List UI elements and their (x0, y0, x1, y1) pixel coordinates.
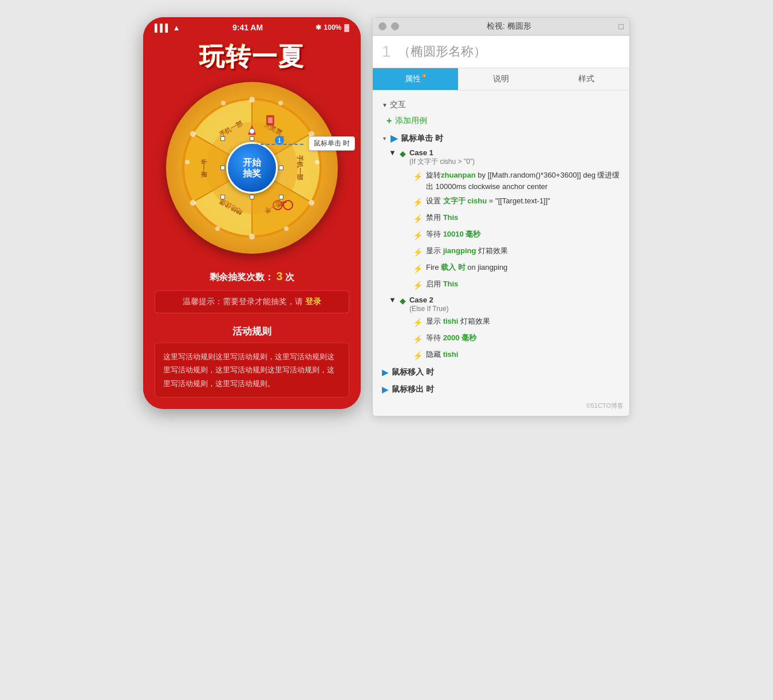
case2-expand-icon: ▼ (389, 296, 396, 304)
handle-tl[interactable] (220, 136, 225, 141)
svg-point-25 (315, 160, 320, 164)
handle-tm[interactable] (250, 136, 254, 141)
svg-point-24 (278, 101, 283, 105)
selection-handles: 1 (220, 136, 283, 199)
action-fire: ⚡ Fire 载入 时 on jiangping (413, 260, 629, 277)
case1-label: Case 1 (409, 148, 433, 157)
remaining-draws: 剩余抽奖次数： 3 次 (143, 265, 361, 286)
case2-condition: (Else If True) (409, 305, 449, 313)
case2-block: ▼ ◆ Case 2 (Else If True) ⚡ 显示 tishi 灯箱效… (389, 293, 629, 364)
mouse-click-root[interactable]: ▼ ▶ 鼠标单击 时 (373, 131, 629, 146)
svg-point-29 (221, 101, 226, 105)
action-set-text: 设置 文字于 cishu = "[[Target.text-1]]" (426, 195, 550, 207)
action-wait-text: 等待 10010 毫秒 (426, 229, 480, 240)
action-rotate: ⚡ 旋转zhuanpan by [[Math.random()*360+3600… (413, 168, 629, 194)
case1-actions: ⚡ 旋转zhuanpan by [[Math.random()*360+3600… (413, 168, 629, 293)
action-rotate-text: 旋转zhuanpan by [[Math.random()*360+3600]]… (426, 170, 625, 192)
draw-count: 3 (276, 270, 282, 282)
lightning-icon-7: ⚡ (413, 280, 423, 292)
action-hide-tishi: ⚡ 隐藏 tishi (413, 347, 629, 364)
action-show-jiangping-text: 显示 jiangping 灯箱效果 (426, 245, 508, 257)
mouse-hover-label: 鼠标移入 时 (392, 367, 434, 377)
case2-header[interactable]: ▼ ◆ Case 2 (Else If True) (389, 293, 629, 314)
action-hide-tishi-text: 隐藏 tishi (426, 349, 458, 360)
mouse-out-label: 鼠标移出 时 (392, 384, 434, 395)
phone-mockup: ▌▌▌ ▲ 9:41 AM ✱ 100% ▓ 玩转一夏 鼠标单击 时 (143, 17, 361, 409)
action-wait: ⚡ 等待 10010 毫秒 (413, 227, 629, 243)
svg-rect-13 (268, 117, 273, 123)
inspector-titlebar: ← ✕ 检视: 椭圆形 □ (373, 18, 629, 36)
lightning-icon-3: ⚡ (413, 213, 423, 225)
inspector-panel: ← ✕ 检视: 椭圆形 □ 1 （椭圆形名称） 属性* 说明 样式 ▼ 交互 +… (372, 17, 630, 416)
svg-point-28 (185, 160, 190, 164)
handle-ml[interactable] (220, 166, 225, 170)
cursor-out-icon: ▶ (382, 385, 388, 394)
tab-style[interactable]: 样式 (544, 68, 629, 90)
action-enable: ⚡ 启用 This (413, 277, 629, 293)
rotation-handle (249, 128, 255, 134)
titlebar-minimize[interactable]: ← (378, 22, 386, 30)
element-name-label: （椭圆形名称） (398, 43, 486, 60)
mouse-click-dashed-line (255, 144, 303, 145)
svg-point-26 (284, 226, 289, 231)
inspector-title: 检视: 椭圆形 (404, 21, 614, 32)
lightning-icon-5: ⚡ (413, 246, 423, 258)
warning-box: 温馨提示：需要登录才能抽奖，请 登录 (155, 290, 349, 313)
interaction-section-header[interactable]: ▼ 交互 (373, 96, 629, 113)
svg-point-21 (249, 234, 255, 239)
tab-description[interactable]: 说明 (458, 68, 543, 90)
status-bar: ▌▌▌ ▲ 9:41 AM ✱ 100% ▓ (143, 17, 361, 34)
phone-content: 玩转一夏 鼠标单击 时 (143, 34, 361, 409)
tab-properties[interactable]: 属性* (373, 68, 458, 90)
expand-icon: ▼ (382, 136, 387, 141)
watermark: ©51CTO博客 (373, 398, 629, 410)
lightning-icon-8: ⚡ (413, 317, 423, 329)
battery-icon: ▓ (344, 23, 349, 32)
add-usecase-label: 添加用例 (395, 116, 427, 126)
action-show-jiangping: ⚡ 显示 jiangping 灯箱效果 (413, 243, 629, 260)
cursor-hover-icon: ▶ (382, 368, 388, 377)
svg-point-18 (249, 97, 255, 103)
wifi-icon: ▲ (173, 23, 180, 32)
signal-icon: ▌▌▌ (155, 23, 171, 32)
action-wait2-text: 等待 2000 毫秒 (426, 332, 476, 344)
svg-point-22 (190, 200, 196, 206)
lightning-icon-4: ⚡ (413, 230, 423, 242)
action-fire-text: Fire 载入 时 on jiangping (426, 262, 507, 273)
case1-icon: ◆ (400, 149, 406, 158)
action-disable: ⚡ 禁用 This (413, 210, 629, 227)
inspector-body: ▼ 交互 + 添加用例 ▼ ▶ 鼠标单击 时 ▼ ◆ Case 1 (If 文字… (373, 91, 629, 416)
svg-point-20 (309, 200, 314, 206)
case1-expand-icon: ▼ (389, 148, 396, 157)
element-number: 1 (382, 42, 391, 61)
case1-header[interactable]: ▼ ◆ Case 1 (If 文字于 cishu > "0") (389, 146, 629, 168)
mouse-hover-row[interactable]: ▶ 鼠标移入 时 (373, 364, 629, 381)
battery-area: ✱ 100% ▓ (315, 23, 349, 32)
case2-actions: ⚡ 显示 tishi 灯箱效果 ⚡ 等待 2000 毫秒 ⚡ 隐藏 tishi (413, 314, 629, 364)
titlebar-doc-icon[interactable]: □ (619, 22, 624, 31)
bluetooth-icon: ✱ (315, 23, 321, 32)
plus-icon: + (386, 116, 392, 126)
handle-mr[interactable] (279, 166, 283, 170)
case2-icon: ◆ (400, 296, 406, 305)
lightning-icon-6: ⚡ (413, 263, 423, 275)
action-show-tishi-text: 显示 tishi 灯箱效果 (426, 316, 490, 327)
battery-label: 100% (324, 23, 342, 32)
handle-br[interactable] (279, 195, 283, 199)
handle-bm[interactable] (250, 195, 254, 199)
chevron-down-icon: ▼ (382, 102, 388, 108)
login-link[interactable]: 登录 (305, 297, 321, 306)
lightning-icon-9: ⚡ (413, 333, 423, 345)
inspector-tabs: 属性* 说明 样式 (373, 68, 629, 91)
mouse-out-row[interactable]: ▶ 鼠标移出 时 (373, 381, 629, 398)
handle-bl[interactable] (220, 195, 225, 199)
add-usecase-button[interactable]: + 添加用例 (373, 113, 629, 131)
lightning-icon-10: ⚡ (413, 350, 423, 362)
element-header: 1 （椭圆形名称） (373, 36, 629, 68)
mouse-click-label: 鼠标单击 时 (309, 136, 355, 151)
titlebar-close[interactable]: ✕ (391, 22, 399, 30)
phone-title: 玩转一夏 (143, 34, 361, 82)
clock: 9:41 AM (232, 23, 263, 32)
lightning-icon-1: ⚡ (413, 171, 423, 183)
handle-tr[interactable]: 1 (279, 136, 283, 141)
